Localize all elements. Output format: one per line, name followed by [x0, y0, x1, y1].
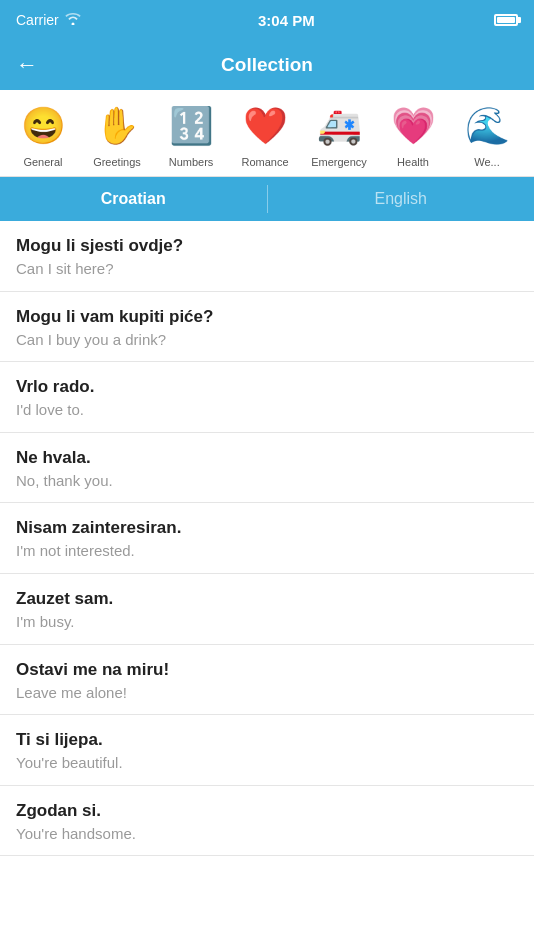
category-item-romance[interactable]: ❤️ Romance: [230, 100, 300, 168]
phrase-croatian-0: Mogu li sjesti ovdje?: [16, 235, 518, 257]
category-label-health: Health: [397, 156, 429, 168]
phrase-item-0[interactable]: Mogu li sjesti ovdje? Can I sit here?: [0, 221, 534, 292]
phrase-english-1: Can I buy you a drink?: [16, 330, 518, 350]
phrase-item-2[interactable]: Vrlo rado. I'd love to.: [0, 362, 534, 433]
category-item-general[interactable]: 😄 General: [8, 100, 78, 168]
category-row: 😄 General ✋ Greetings 🔢 Numbers ❤️ Roman…: [0, 90, 534, 177]
phrase-english-6: Leave me alone!: [16, 683, 518, 703]
category-icon-numbers: 🔢: [165, 100, 217, 152]
back-button[interactable]: ←: [16, 52, 38, 78]
phrase-croatian-5: Zauzet sam.: [16, 588, 518, 610]
phrase-item-7[interactable]: Ti si lijepa. You're beautiful.: [0, 715, 534, 786]
category-label-numbers: Numbers: [169, 156, 214, 168]
phrase-croatian-7: Ti si lijepa.: [16, 729, 518, 751]
phrase-item-8[interactable]: Zgodan si. You're handsome.: [0, 786, 534, 857]
carrier-label: Carrier: [16, 12, 59, 28]
phrase-item-3[interactable]: Ne hvala. No, thank you.: [0, 433, 534, 504]
battery-icon: [494, 14, 518, 26]
croatian-tab[interactable]: Croatian: [0, 177, 267, 221]
category-icon-general: 😄: [17, 100, 69, 152]
category-icon-health: 💗: [387, 100, 439, 152]
nav-title: Collection: [221, 54, 313, 76]
status-time: 3:04 PM: [258, 12, 315, 29]
phrase-english-3: No, thank you.: [16, 471, 518, 491]
category-item-health[interactable]: 💗 Health: [378, 100, 448, 168]
phrase-english-4: I'm not interested.: [16, 541, 518, 561]
language-toggle: Croatian English: [0, 177, 534, 221]
phrase-english-7: You're beautiful.: [16, 753, 518, 773]
phrase-item-5[interactable]: Zauzet sam. I'm busy.: [0, 574, 534, 645]
phrase-croatian-4: Nisam zainteresiran.: [16, 517, 518, 539]
category-item-emergency[interactable]: 🚑 Emergency: [304, 100, 374, 168]
phrase-croatian-3: Ne hvala.: [16, 447, 518, 469]
phrase-croatian-1: Mogu li vam kupiti piće?: [16, 306, 518, 328]
phrase-croatian-6: Ostavi me na miru!: [16, 659, 518, 681]
status-bar: Carrier 3:04 PM: [0, 0, 534, 40]
category-item-numbers[interactable]: 🔢 Numbers: [156, 100, 226, 168]
phrase-croatian-8: Zgodan si.: [16, 800, 518, 822]
phrase-croatian-2: Vrlo rado.: [16, 376, 518, 398]
category-icon-weather: 🌊: [461, 100, 513, 152]
category-label-greetings: Greetings: [93, 156, 141, 168]
category-label-general: General: [23, 156, 62, 168]
nav-bar: ← Collection: [0, 40, 534, 90]
phrase-english-2: I'd love to.: [16, 400, 518, 420]
category-label-emergency: Emergency: [311, 156, 367, 168]
phrase-item-1[interactable]: Mogu li vam kupiti piće? Can I buy you a…: [0, 292, 534, 363]
category-item-weather[interactable]: 🌊 We...: [452, 100, 522, 168]
status-right: [492, 14, 518, 26]
category-icon-romance: ❤️: [239, 100, 291, 152]
category-icon-emergency: 🚑: [313, 100, 365, 152]
category-item-greetings[interactable]: ✋ Greetings: [82, 100, 152, 168]
status-left: Carrier: [16, 12, 81, 28]
phrase-english-0: Can I sit here?: [16, 259, 518, 279]
wifi-icon: [65, 12, 81, 28]
phrase-item-4[interactable]: Nisam zainteresiran. I'm not interested.: [0, 503, 534, 574]
english-tab[interactable]: English: [268, 177, 535, 221]
phrase-english-5: I'm busy.: [16, 612, 518, 632]
phrase-list: Mogu li sjesti ovdje? Can I sit here? Mo…: [0, 221, 534, 856]
category-icon-greetings: ✋: [91, 100, 143, 152]
phrase-english-8: You're handsome.: [16, 824, 518, 844]
phrase-item-6[interactable]: Ostavi me na miru! Leave me alone!: [0, 645, 534, 716]
category-label-romance: Romance: [241, 156, 288, 168]
category-label-weather: We...: [474, 156, 499, 168]
